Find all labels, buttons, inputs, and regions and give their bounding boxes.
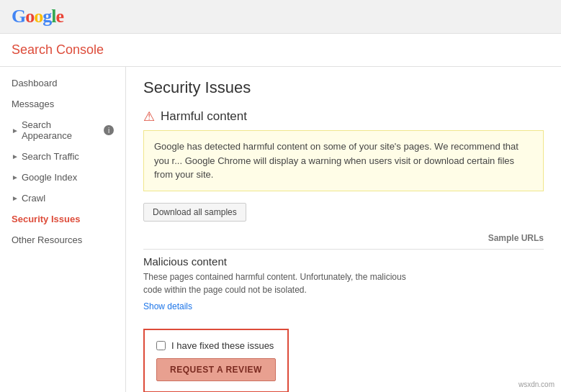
main-layout: Dashboard Messages ► Search Appearance i… [0,67,561,392]
sidebar-item-label: Dashboard [12,78,58,88]
fix-section: I have fixed these issues REQUEST A REVI… [143,329,289,393]
sidebar-item-security-issues[interactable]: Security Issues [0,209,125,229]
google-logo: Google [12,6,63,27]
table-header: Sample URLs [143,233,544,250]
sidebar-item-label: Messages [12,99,54,109]
sidebar-item-label: Search Appearance [22,119,102,141]
malicious-content-title: Malicious content [143,255,544,268]
chevron-right-icon: ► [12,152,19,160]
sidebar-item-label: Google Index [22,172,77,183]
show-details-link[interactable]: Show details [143,301,192,311]
fix-checkbox-row: I have fixed these issues [156,340,276,351]
malicious-content-description: These pages contained harmful content. U… [143,270,410,296]
warning-box: Google has detected harmful content on s… [143,130,544,191]
warning-text: Google has detected harmful content on s… [154,141,519,180]
info-icon: i [104,125,114,135]
fixed-issues-label[interactable]: I have fixed these issues [171,340,274,351]
sidebar-item-search-appearance[interactable]: ► Search Appearance i [0,114,125,146]
fixed-issues-checkbox[interactable] [156,341,166,350]
warning-icon: ⚠ [143,109,155,124]
sc-header-title: Search Console [12,42,104,57]
sidebar-item-crawl[interactable]: ► Crawl [0,188,125,209]
issue-title: Harmful content [161,109,247,124]
request-review-button[interactable]: REQUEST A REVIEW [156,358,276,381]
sample-urls-column-header: Sample URLs [488,233,544,243]
chevron-right-icon: ► [12,173,19,181]
sidebar-item-other-resources[interactable]: Other Resources [0,229,125,250]
sidebar-item-google-index[interactable]: ► Google Index [0,167,125,188]
sidebar-item-label: Search Traffic [22,151,79,162]
sc-header: Search Console [0,34,561,67]
sidebar: Dashboard Messages ► Search Appearance i… [0,67,126,392]
google-bar: Google [0,0,561,34]
main-content: Security Issues ⚠ Harmful content Google… [126,67,561,392]
download-all-samples-button[interactable]: Download all samples [143,203,246,222]
watermark: wsxdn.com [516,380,557,389]
sidebar-item-messages[interactable]: Messages [0,94,125,114]
malicious-content-section: Malicious content These pages contained … [143,255,544,311]
sidebar-item-label: Other Resources [12,234,82,245]
sidebar-item-label: Crawl [22,193,45,204]
page-title: Security Issues [143,78,544,97]
sidebar-item-label: Security Issues [12,214,80,224]
chevron-right-icon: ► [12,127,19,135]
chevron-right-icon: ► [12,194,19,202]
sidebar-item-search-traffic[interactable]: ► Search Traffic [0,146,125,167]
sidebar-item-dashboard[interactable]: Dashboard [0,73,125,94]
issue-header: ⚠ Harmful content [143,109,544,124]
